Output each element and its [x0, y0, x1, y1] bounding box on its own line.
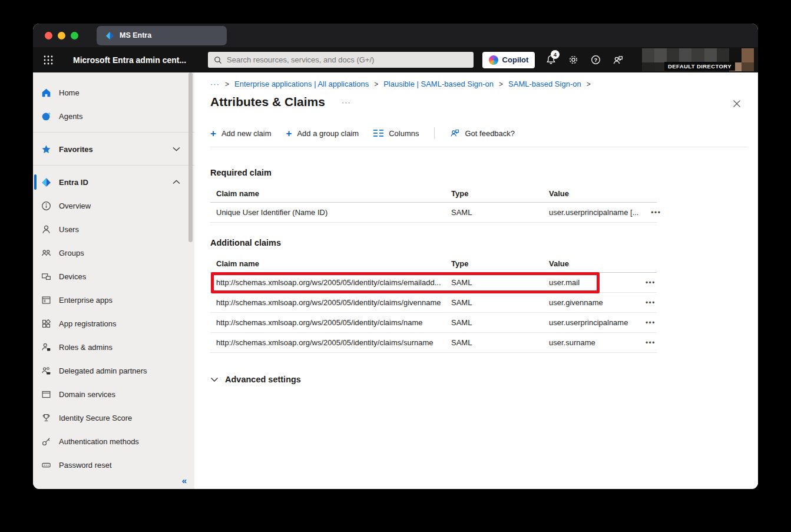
delegated-admin-partners-icon — [41, 366, 51, 376]
sidebar-item-groups[interactable]: Groups — [33, 241, 194, 265]
sidebar-item-password-reset[interactable]: Password reset — [33, 453, 194, 477]
traffic-lights — [33, 32, 97, 39]
row-menu-icon[interactable]: ••• — [646, 319, 656, 327]
col-claim-name: Claim name — [210, 189, 451, 198]
notifications-button[interactable]: 4 — [540, 49, 562, 71]
chevron-down-icon — [173, 147, 180, 151]
sidebar-item-users[interactable]: Users — [33, 217, 194, 241]
sidebar-item-enterprise-apps[interactable]: Enterprise apps — [33, 288, 194, 312]
close-light[interactable] — [45, 32, 52, 39]
maximize-light[interactable] — [71, 32, 78, 39]
domain-services-icon — [41, 389, 51, 399]
table-row-surname-claim[interactable]: http://schemas.xmlsoap.org/ws/2005/05/id… — [210, 333, 657, 353]
breadcrumb-saml-sign-on[interactable]: SAML-based Sign-on — [508, 80, 581, 88]
breadcrumb-enterprise-applications[interactable]: Enterprise applications | All applicatio… — [234, 80, 369, 88]
sidebar-item-authentication-methods[interactable]: Authentication methods — [33, 429, 194, 453]
roles-admins-icon — [41, 342, 51, 352]
devices-icon — [41, 272, 51, 282]
page-title-menu[interactable]: ··· — [342, 98, 351, 107]
chevron-up-icon — [173, 180, 180, 184]
add-group-claim-button[interactable]: + Add a group claim — [286, 128, 359, 138]
app-window: MS Entra Microsoft Entra admin cent... C… — [33, 24, 758, 489]
row-menu-icon[interactable]: ••• — [646, 279, 656, 287]
sidebar-item-devices[interactable]: Devices — [33, 265, 194, 288]
sidebar-item-agents[interactable]: Agents — [33, 104, 194, 128]
browser-tab[interactable]: MS Entra — [97, 26, 227, 45]
breadcrumb-overflow[interactable]: ··· — [210, 80, 220, 88]
feedback-button[interactable] — [607, 49, 629, 71]
password-reset-icon — [41, 460, 51, 470]
authentication-methods-icon — [41, 437, 51, 447]
copilot-logo — [489, 55, 498, 65]
got-feedback-button[interactable]: Got feedback? — [449, 128, 515, 138]
sidebar-item-roles-admins[interactable]: Roles & admins — [33, 335, 194, 359]
feedback-person-icon — [449, 128, 460, 138]
sidebar-item-overview[interactable]: Overview — [33, 194, 194, 217]
sidebar-section-entra-id[interactable]: Entra ID — [33, 170, 194, 194]
sidebar-divider — [33, 165, 194, 166]
sidebar-item-app-registrations[interactable]: App registrations — [33, 312, 194, 335]
sidebar-item-delegated-admin-partners[interactable]: Delegated admin partners — [33, 359, 194, 382]
table-header-row: Claim name Type Value — [210, 255, 657, 273]
settings-button[interactable] — [562, 49, 584, 71]
breadcrumb-plausible[interactable]: Plausible | SAML-based Sign-on — [383, 80, 494, 88]
window-titlebar: MS Entra — [33, 24, 758, 47]
command-bar: + Add new claim + Add a group claim Colu… — [210, 127, 758, 139]
sidebar-item-domain-services[interactable]: Domain services — [33, 382, 194, 406]
gear-icon — [568, 54, 579, 65]
sidebar-section-favorites[interactable]: Favorites — [33, 137, 194, 161]
close-icon[interactable] — [732, 99, 742, 108]
overview-icon — [41, 201, 51, 211]
minimize-light[interactable] — [58, 32, 65, 39]
star-icon — [41, 144, 51, 154]
breadcrumb: ··· > Enterprise applications | All appl… — [210, 80, 758, 88]
sidebar-divider — [33, 132, 194, 133]
table-row-email-claim[interactable]: http://schemas.xmlsoap.org/ws/2005/05/id… — [210, 273, 657, 293]
users-icon — [41, 224, 51, 234]
entra-tab-icon — [105, 31, 114, 40]
help-button[interactable]: ? — [584, 49, 607, 71]
table-header-row: Claim name Type Value — [210, 185, 657, 203]
col-claim-name: Claim name — [210, 259, 451, 268]
plus-icon: + — [210, 128, 216, 138]
columns-button[interactable]: Columns — [373, 129, 419, 138]
row-menu-icon[interactable]: ••• — [651, 209, 661, 217]
breadcrumb-separator: > — [225, 80, 229, 88]
table-row[interactable]: Unique User Identifier (Name ID) SAML us… — [210, 203, 657, 223]
toolbar-rule — [210, 147, 749, 147]
app-registrations-icon — [41, 319, 51, 329]
table-row-givenname-claim[interactable]: http://schemas.xmlsoap.org/ws/2005/05/id… — [210, 293, 657, 313]
advanced-settings-toggle[interactable]: Advanced settings — [210, 375, 758, 384]
breadcrumb-separator: > — [374, 80, 378, 88]
global-search[interactable] — [208, 52, 474, 68]
agents-icon — [41, 111, 51, 121]
directory-badge: DEFAULT DIRECTORY — [664, 62, 735, 71]
additional-claims-heading: Additional claims — [210, 238, 758, 247]
additional-claims-table: Claim name Type Value http://schemas.xml… — [210, 255, 657, 353]
search-input[interactable] — [227, 55, 456, 64]
waffle-icon[interactable] — [43, 55, 54, 65]
breadcrumb-separator: > — [587, 80, 591, 88]
enterprise-apps-icon — [41, 295, 51, 305]
breadcrumb-separator: > — [499, 80, 503, 88]
sidebar-collapse-button[interactable]: « — [182, 475, 187, 485]
required-claim-table: Claim name Type Value Unique User Identi… — [210, 185, 657, 223]
toolbar-divider — [434, 127, 435, 139]
add-new-claim-button[interactable]: + Add new claim — [210, 128, 271, 138]
groups-icon — [41, 248, 51, 258]
sidebar-scrollbar[interactable] — [188, 72, 193, 242]
sidebar-item-home[interactable]: Home — [33, 81, 194, 104]
product-title[interactable]: Microsoft Entra admin cent... — [73, 55, 190, 65]
col-type: Type — [451, 189, 549, 198]
row-menu-icon[interactable]: ••• — [646, 339, 656, 347]
help-icon: ? — [590, 54, 601, 65]
copilot-button[interactable]: Copilot — [482, 52, 535, 68]
required-claim-heading: Required claim — [210, 168, 758, 177]
col-value: Value — [549, 259, 633, 268]
row-menu-icon[interactable]: ••• — [646, 299, 656, 307]
col-value: Value — [549, 189, 633, 198]
columns-icon — [373, 130, 383, 137]
table-row-name-claim[interactable]: http://schemas.xmlsoap.org/ws/2005/05/id… — [210, 313, 657, 333]
sidebar-item-identity-secure-score[interactable]: Identity Secure Score — [33, 406, 194, 429]
active-indicator — [34, 174, 37, 190]
